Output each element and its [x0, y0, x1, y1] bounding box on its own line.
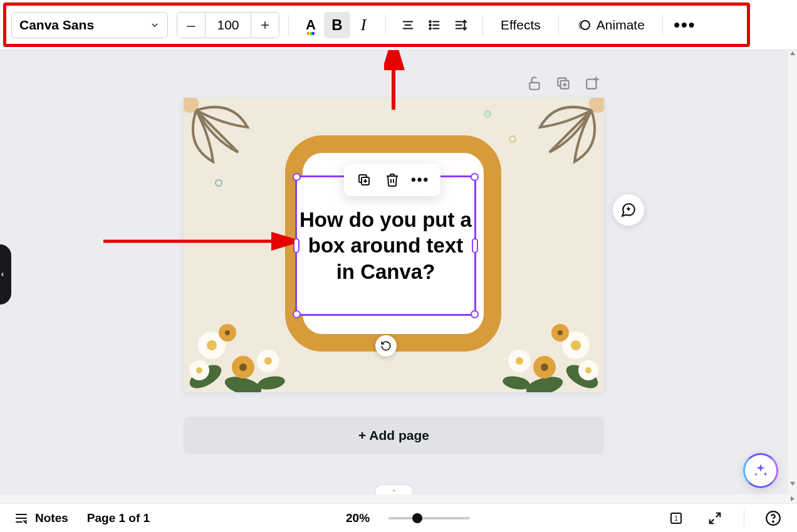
resize-handle-l[interactable] [293, 238, 300, 253]
rotate-icon [380, 340, 392, 352]
svg-point-36 [264, 357, 272, 365]
svg-rect-17 [586, 80, 596, 89]
align-icon [401, 18, 415, 32]
spacing-icon [454, 18, 467, 32]
svg-point-45 [541, 363, 548, 371]
bold-button[interactable]: B [324, 12, 350, 38]
chevron-down-icon [150, 20, 160, 30]
magic-assistant-button[interactable] [743, 453, 778, 488]
resize-handle-tl[interactable] [293, 173, 301, 181]
scrollbar-vertical[interactable] [788, 50, 797, 494]
element-more-button[interactable]: ••• [412, 172, 429, 188]
scrollbar-horizontal[interactable] [0, 494, 797, 503]
page-indicator[interactable]: Page 1 of 1 [87, 511, 150, 525]
font-name: Canva Sans [19, 18, 94, 33]
comment-button[interactable] [613, 194, 644, 226]
svg-point-38 [225, 330, 230, 335]
svg-point-34 [196, 367, 202, 373]
decoration-tr [528, 98, 604, 174]
zoom-value[interactable]: 20% [346, 511, 370, 525]
resize-handle-br[interactable] [471, 310, 479, 318]
divider [744, 509, 744, 527]
duplicate-button[interactable] [356, 172, 372, 188]
fullscreen-button[interactable] [705, 508, 725, 528]
dot-deco [215, 179, 222, 187]
svg-point-47 [585, 367, 591, 373]
panel-expand-tab[interactable] [0, 244, 11, 305]
text-color-icon: A [306, 17, 316, 33]
font-size-decrease[interactable]: – [177, 13, 205, 38]
rotate-handle[interactable] [375, 335, 397, 357]
text-toolbar: Canva Sans – 100 + A B I Effects Animate [0, 0, 797, 50]
svg-point-49 [516, 357, 523, 365]
add-page-icon[interactable] [584, 75, 600, 91]
svg-point-51 [558, 330, 563, 335]
comment-icon [620, 202, 637, 218]
font-size-group: – 100 + [177, 12, 279, 38]
italic-icon: I [361, 16, 367, 34]
resize-handle-bl[interactable] [293, 310, 301, 318]
divider [482, 14, 483, 36]
lock-icon[interactable] [526, 75, 543, 91]
zoom-slider-knob[interactable] [412, 513, 422, 523]
list-icon [427, 18, 441, 32]
zoom-slider[interactable] [388, 517, 470, 519]
font-picker[interactable]: Canva Sans [11, 12, 168, 38]
help-button[interactable] [763, 508, 783, 528]
resize-handle-r[interactable] [472, 238, 478, 253]
delete-button[interactable] [384, 172, 400, 188]
svg-point-4 [429, 24, 430, 25]
svg-point-5 [429, 28, 430, 29]
help-icon [765, 510, 781, 526]
expand-icon [708, 511, 722, 525]
grid-view-button[interactable]: 1 [666, 508, 686, 528]
animate-button[interactable]: Animate [568, 12, 654, 38]
flowers-bl [184, 308, 293, 392]
selected-text-box[interactable]: How do you put a box around text in Canv… [295, 175, 476, 316]
list-button[interactable] [421, 12, 447, 38]
svg-point-43 [571, 340, 581, 350]
more-button[interactable]: ••• [672, 12, 698, 38]
more-icon: ••• [674, 15, 695, 35]
svg-point-12 [581, 21, 590, 29]
sparkle-icon [753, 462, 769, 479]
drawer-tab[interactable] [375, 484, 413, 494]
font-size-value[interactable]: 100 [205, 13, 251, 38]
svg-point-65 [773, 521, 774, 522]
dot-deco [509, 135, 516, 143]
divider [558, 14, 559, 36]
svg-point-3 [429, 21, 430, 22]
dot-deco [484, 110, 491, 118]
effects-button[interactable]: Effects [492, 12, 550, 38]
divider [288, 14, 289, 36]
duplicate-page-icon[interactable] [555, 75, 571, 91]
grid-icon: 1 [669, 511, 684, 526]
notes-icon [14, 511, 29, 526]
svg-point-30 [207, 340, 217, 350]
notes-button[interactable]: Notes [14, 511, 68, 526]
design-page[interactable]: How do you put a box around text in Canv… [184, 98, 604, 392]
decoration-tl [184, 98, 260, 174]
bold-icon: B [331, 16, 342, 34]
workspace: How do you put a box around text in Canv… [0, 50, 788, 494]
footer-bar: Notes Page 1 of 1 20% 1 [0, 503, 797, 532]
spacing-button[interactable] [447, 12, 474, 38]
page-actions [526, 75, 600, 91]
italic-button[interactable]: I [350, 12, 377, 38]
text-content[interactable]: How do you put a box around text in Canv… [300, 207, 472, 284]
flowers-br [494, 308, 604, 392]
text-color-button[interactable]: A [298, 12, 324, 38]
svg-text:1: 1 [674, 515, 678, 522]
font-size-increase[interactable]: + [251, 13, 279, 38]
resize-handle-tr[interactable] [471, 173, 479, 181]
align-button[interactable] [395, 12, 421, 38]
svg-point-32 [239, 363, 247, 371]
divider [662, 14, 663, 36]
animate-icon [576, 18, 591, 33]
add-page-button[interactable]: + Add page [184, 417, 604, 454]
svg-rect-13 [529, 83, 539, 90]
element-float-toolbar: ••• [344, 164, 440, 196]
divider [385, 14, 386, 36]
